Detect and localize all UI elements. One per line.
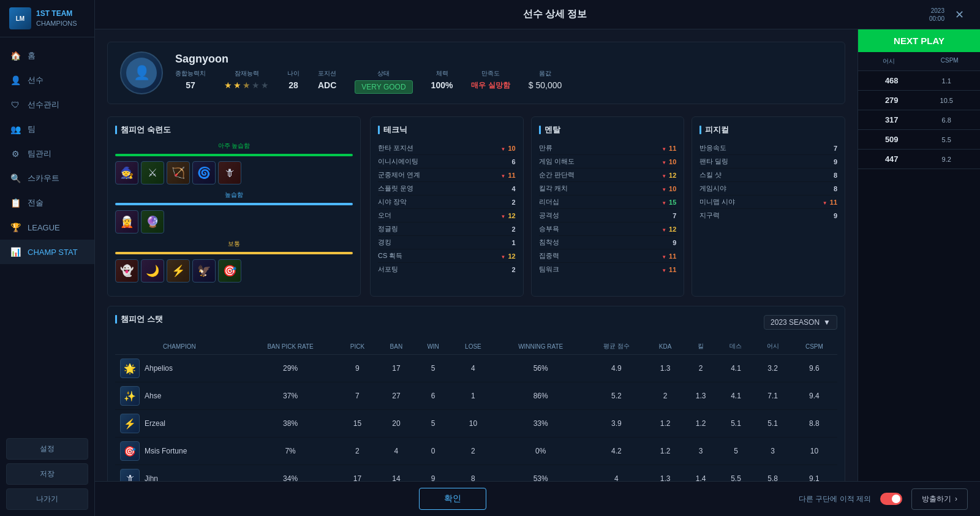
- stat-value: 8: [822, 172, 837, 179]
- champ-table-icon: ⚡: [120, 414, 140, 433]
- stat-name: 스플릿 운영: [378, 184, 413, 193]
- stat-name: 서포팅: [378, 265, 398, 274]
- technique-section: 테크닉 한타 포지션 ▼10 이니시에이팅 6 군중제어 연계 ▼11 스플릿 …: [370, 116, 524, 297]
- td-win: 9: [415, 465, 451, 482]
- stat-row: 킬각 캐치 ▼10: [539, 182, 677, 195]
- tactics-icon: 📋: [9, 197, 21, 209]
- right-panel-header: 어시 CSPM: [858, 52, 980, 71]
- sidebar-item-label: 팀: [28, 124, 36, 135]
- sidebar-item-team-mgmt[interactable]: ⚙팀관리: [0, 142, 94, 166]
- td-win: 0: [415, 438, 451, 465]
- stat-name: 팬타 딜링: [699, 157, 728, 166]
- sidebar-item-tactics[interactable]: 📋전술: [0, 191, 94, 215]
- right-panel-row: 468 1.1: [858, 71, 980, 91]
- td-kill: 1.4: [684, 465, 718, 482]
- confirm-button[interactable]: 확인: [419, 488, 486, 510]
- arrow-down-icon: ▼: [823, 200, 827, 206]
- stat-value: ▼11: [661, 145, 676, 152]
- stat-row: 집중력 ▼11: [539, 249, 677, 263]
- players-icon: 👤: [9, 74, 21, 86]
- stat-name: 반응속도: [699, 143, 726, 153]
- right-panel-row: 279 10.5: [858, 91, 980, 110]
- salary-stat: 몸값 $ 50,000: [529, 69, 562, 94]
- champ-table: CHAMPION BAN PICK RATE PICK BAN WIN LOSE…: [115, 338, 837, 481]
- td-ban-pick: 7%: [244, 438, 337, 465]
- stat-value: ▼11: [822, 199, 837, 206]
- dismiss-toggle[interactable]: [880, 493, 902, 505]
- chevron-right-icon: ›: [955, 495, 957, 503]
- champ-icon: 🎯: [218, 259, 241, 283]
- position-stat: 포지션 ADC: [318, 69, 336, 94]
- sidebar-item-player-mgmt[interactable]: 🛡선수관리: [0, 93, 94, 117]
- sidebar-nav: 🏠홈👤선수🛡선수관리👥팀⚙팀관리🔍스카우트📋전술🏆LEAGUE📊CHAMP ST…: [0, 37, 94, 432]
- stat-row: 리더십 ▼15: [539, 195, 677, 209]
- td-cspm: 9.4: [791, 382, 837, 410]
- save-button[interactable]: 저장: [6, 463, 88, 485]
- sidebar-item-label: 선수관리: [28, 99, 59, 110]
- stat-value: 8: [822, 185, 837, 192]
- arrow-down-icon: ▼: [662, 187, 666, 192]
- close-button[interactable]: ✕: [951, 6, 968, 23]
- stat-name: 순간 판단력: [539, 170, 575, 180]
- stat-name: 승부욕: [539, 224, 559, 233]
- mental-title: 멘탈: [539, 124, 677, 135]
- release-button[interactable]: 방출하기 ›: [911, 488, 968, 510]
- td-win-rate: 33%: [495, 410, 586, 438]
- champ-icon: 🧙: [115, 161, 138, 184]
- stat-name: CS 획득: [378, 251, 402, 260]
- sidebar-item-scout[interactable]: 🔍스카우트: [0, 166, 94, 191]
- tier-high-bar: [115, 154, 353, 156]
- salary-value: $ 50,000: [529, 80, 562, 90]
- champ-stats-section: 챔피언 스탯 2023 SEASON ▼ CHAMPION BAN PICK R…: [107, 306, 845, 481]
- stat-name: 킬각 캐치: [539, 184, 568, 193]
- champ-icon: 🌀: [192, 161, 216, 184]
- sidebar-item-league[interactable]: 🏆LEAGUE: [0, 215, 94, 240]
- stat-name: 집중력: [539, 251, 559, 260]
- stat-name: 정글링: [378, 224, 398, 233]
- satisfaction-stat: 만족도 매우 실망함: [471, 69, 510, 94]
- right-cspm-value: 1.1: [919, 77, 974, 85]
- stat-row: 한타 포지션 ▼10: [378, 142, 516, 155]
- champ-skill-title: 챔피언 숙련도: [115, 124, 353, 135]
- td-kda: 1.3: [647, 355, 684, 382]
- mid-champs: 🧝 🔮: [115, 210, 353, 233]
- sidebar-item-team[interactable]: 👥팀: [0, 117, 94, 142]
- star-3: ★: [243, 80, 251, 90]
- sidebar-bottom: 설정 저장 나가기: [0, 432, 94, 516]
- td-avg-score: 3.9: [586, 410, 646, 438]
- sidebar-item-label: CHAMP STAT: [28, 248, 78, 257]
- sidebar-item-home[interactable]: 🏠홈: [0, 44, 94, 68]
- td-ban: 27: [377, 382, 415, 410]
- sidebar-item-label: 선수: [28, 75, 43, 86]
- arrow-down-icon: ▼: [662, 200, 666, 206]
- td-kda: 1.3: [647, 465, 684, 482]
- technique-title: 테크닉: [378, 124, 516, 135]
- td-ban-pick: 29%: [244, 355, 337, 382]
- season-select[interactable]: 2023 SEASON ▼: [764, 315, 837, 330]
- low-champs: 👻 🌙 ⚡ 🦅 🎯: [115, 259, 353, 283]
- td-assist: 3.2: [755, 355, 791, 382]
- col-cspm: CSPM: [791, 338, 837, 355]
- col-win-rate: WINNING RATE: [495, 338, 586, 355]
- player-info-details: Sagnyoon 종합능력치 57 잠재능력 ★ ★ ★: [175, 53, 562, 94]
- stat-value: ▼11: [661, 252, 676, 260]
- champ-name: Msis Fortune: [145, 447, 187, 455]
- stat-row: 스킬 샷 8: [699, 169, 837, 182]
- sidebar-item-champ-stat[interactable]: 📊CHAMP STAT: [0, 240, 94, 264]
- next-play-button[interactable]: NEXT PLAY: [858, 29, 980, 52]
- exit-button[interactable]: 나가기: [6, 488, 88, 510]
- stat-row: 반응속도 7: [699, 142, 837, 155]
- stat-value: 2: [500, 266, 516, 273]
- sidebar-item-players[interactable]: 👤선수: [0, 68, 94, 93]
- col-avg-score: 평균 점수: [586, 338, 646, 355]
- td-ban: 4: [377, 438, 415, 465]
- champ-stats-header: 챔피언 스탯 2023 SEASON ▼: [115, 314, 837, 331]
- stat-row: 만류 ▼11: [539, 142, 677, 155]
- potential-stat: 잠재능력 ★ ★ ★ ★ ★: [224, 69, 269, 94]
- stat-name: 게임 이해도: [539, 157, 575, 166]
- champ-name: Ahpelios: [145, 364, 173, 373]
- td-avg-score: 5.2: [586, 382, 646, 410]
- settings-button[interactable]: 설정: [6, 438, 88, 460]
- mental-rows: 만류 ▼11 게임 이해도 ▼10 순간 판단력 ▼12 킬각 캐치 ▼10 리…: [539, 142, 677, 276]
- col-win: WIN: [415, 338, 451, 355]
